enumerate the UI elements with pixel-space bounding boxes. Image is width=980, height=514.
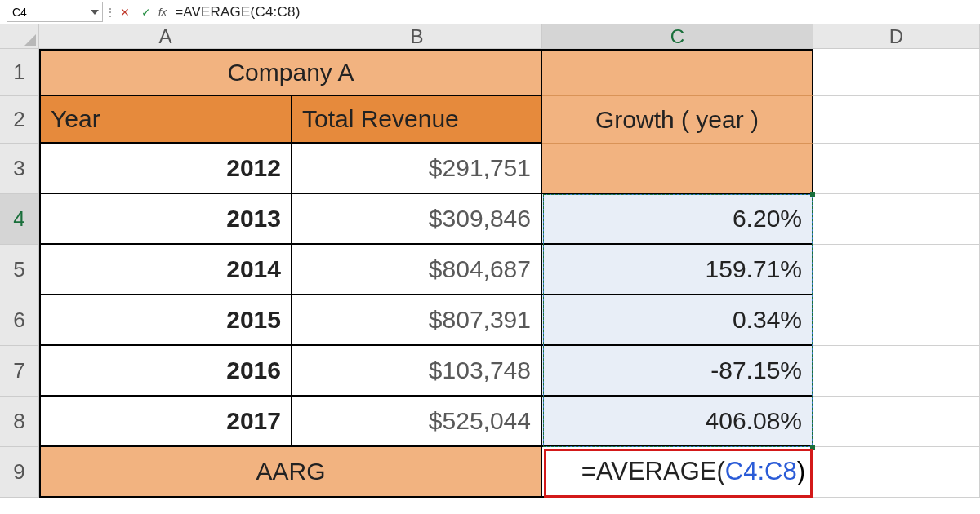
cell-c3[interactable] — [542, 144, 813, 194]
cell-b5[interactable]: $804,687 — [292, 245, 542, 295]
cell-d1[interactable] — [813, 49, 980, 96]
accept-button[interactable]: ✓ — [136, 0, 157, 24]
c9-formula-text: =AVERAGE(C4:C8) — [581, 457, 805, 486]
company-title: Company A — [227, 59, 354, 86]
row-header-6[interactable]: 6 — [0, 295, 39, 346]
col-header-b[interactable]: B — [292, 24, 542, 49]
cell-b7[interactable]: $103,748 — [292, 346, 542, 397]
cell-b2[interactable]: Total Revenue — [292, 96, 542, 144]
cell-b8[interactable]: $525,044 — [292, 397, 542, 447]
cancel-button[interactable]: ✕ — [114, 0, 136, 24]
cell-d7[interactable] — [813, 346, 980, 397]
name-box-value: C4 — [7, 6, 87, 19]
spreadsheet-grid: A B C D 1 Company A 2 Year Total Revenue… — [0, 24, 980, 498]
select-all-corner[interactable] — [0, 24, 39, 49]
cell-d6[interactable] — [813, 295, 980, 346]
header-growth: Growth ( year ) — [595, 106, 759, 134]
col-header-a[interactable]: A — [39, 24, 292, 49]
col-header-c[interactable]: C — [542, 24, 813, 49]
formula-text: =AVERAGE(C4:C8) — [175, 4, 300, 20]
cell-c4[interactable]: 6.20% — [542, 194, 813, 245]
cell-a9-b9[interactable]: AARG — [39, 447, 542, 498]
cell-b6[interactable]: $807,391 — [292, 295, 542, 346]
column-header-row: A B C D — [0, 24, 980, 49]
cell-c8[interactable]: 406.08% — [542, 397, 813, 447]
cancel-icon: ✕ — [120, 6, 130, 19]
row-9: 9 AARG =AVERAGE(C4:C8) — [0, 447, 980, 498]
cell-c9[interactable]: =AVERAGE(C4:C8) — [542, 447, 813, 498]
cell-d2[interactable] — [813, 96, 980, 144]
row-header-8[interactable]: 8 — [0, 397, 39, 447]
row-header-9[interactable]: 9 — [0, 447, 39, 498]
name-box[interactable]: C4 — [7, 2, 103, 22]
row-header-4[interactable]: 4 — [0, 194, 39, 245]
formula-bar: C4 ⋮ ✕ ✓ fx =AVERAGE(C4:C8) — [0, 0, 980, 24]
cell-a6[interactable]: 2015 — [39, 295, 292, 346]
check-icon: ✓ — [141, 6, 151, 19]
cell-c5[interactable]: 159.71% — [542, 245, 813, 295]
row-2: 2 Year Total Revenue Growth ( year ) — [0, 96, 980, 144]
selection-handle — [810, 192, 815, 197]
cell-d5[interactable] — [813, 245, 980, 295]
cell-a8[interactable]: 2017 — [39, 397, 292, 447]
row-8: 8 2017 $525,044 406.08% — [0, 397, 980, 447]
col-header-d[interactable]: D — [813, 24, 980, 49]
cell-b3[interactable]: $291,751 — [292, 144, 542, 194]
formula-input[interactable]: =AVERAGE(C4:C8) — [170, 0, 980, 24]
row-3: 3 2012 $291,751 — [0, 144, 980, 194]
cell-b4[interactable]: $309,846 — [292, 194, 542, 245]
row-5: 5 2014 $804,687 159.71% — [0, 245, 980, 295]
cell-c2[interactable]: Growth ( year ) — [542, 96, 813, 144]
separator: ⋮ — [106, 0, 114, 24]
chevron-down-icon[interactable] — [87, 10, 102, 15]
cell-d3[interactable] — [813, 144, 980, 194]
cell-d8[interactable] — [813, 397, 980, 447]
row-6: 6 2015 $807,391 0.34% — [0, 295, 980, 346]
cell-a1-b1[interactable]: Company A — [39, 49, 542, 96]
cell-a7[interactable]: 2016 — [39, 346, 292, 397]
row-7: 7 2016 $103,748 -87.15% — [0, 346, 980, 397]
row-header-1[interactable]: 1 — [0, 49, 39, 96]
selection-handle — [810, 445, 815, 450]
row-header-5[interactable]: 5 — [0, 245, 39, 295]
cell-a3[interactable]: 2012 — [39, 144, 292, 194]
header-year: Year — [51, 105, 100, 133]
cell-a4[interactable]: 2013 — [39, 194, 292, 245]
cell-d4[interactable] — [813, 194, 980, 245]
cell-d9[interactable] — [813, 447, 980, 498]
row-header-3[interactable]: 3 — [0, 144, 39, 194]
aarg-label: AARG — [256, 458, 325, 485]
fx-icon[interactable]: fx — [157, 0, 170, 24]
cell-a2[interactable]: Year — [39, 96, 292, 144]
row-header-7[interactable]: 7 — [0, 346, 39, 397]
row-header-2[interactable]: 2 — [0, 96, 39, 144]
cell-c1[interactable] — [542, 49, 813, 96]
cell-a5[interactable]: 2014 — [39, 245, 292, 295]
row-4: 4 2013 $309,846 6.20% — [0, 194, 980, 245]
cell-c7[interactable]: -87.15% — [542, 346, 813, 397]
cell-c6[interactable]: 0.34% — [542, 295, 813, 346]
header-revenue: Total Revenue — [302, 105, 459, 133]
row-1: 1 Company A — [0, 49, 980, 96]
